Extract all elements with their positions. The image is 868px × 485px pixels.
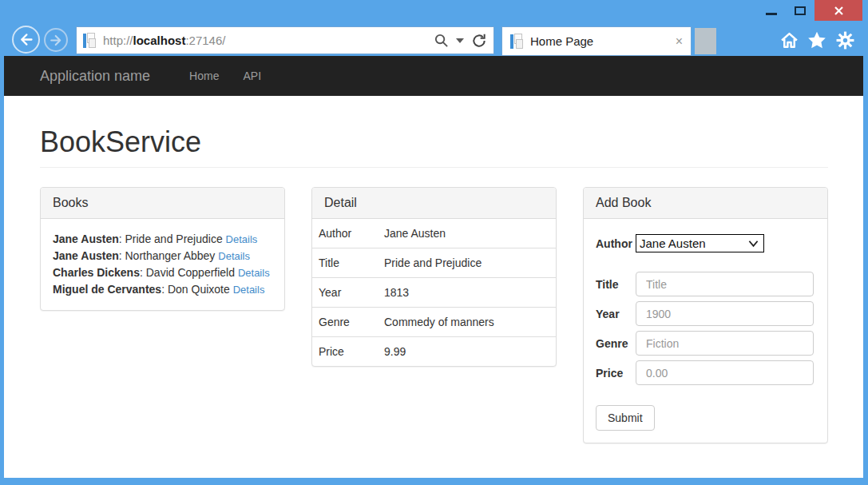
favorites-button[interactable] — [807, 30, 827, 50]
detail-row: Year1813 — [312, 278, 556, 308]
add-book-panel-heading: Add Book — [584, 188, 827, 219]
year-field-label: Year — [596, 308, 636, 320]
book-details-link[interactable]: Details — [238, 267, 270, 279]
genre-input[interactable] — [636, 331, 814, 356]
add-book-panel: Add Book Author Jane Austen TitleYearGen… — [583, 187, 828, 443]
gear-icon — [835, 30, 855, 50]
price-field-label: Price — [596, 367, 636, 380]
book-list-item: Jane Austen: Pride and Prejudice Details — [53, 231, 272, 248]
browser-chrome: http://localhost:27146/ Home Page × — [0, 0, 868, 56]
book-list-item: Miguel de Cervantes: Don Quixote Details — [53, 281, 272, 298]
close-icon — [834, 6, 844, 16]
book-author: Jane Austen — [53, 233, 119, 245]
detail-row: GenreCommedy of manners — [312, 308, 556, 337]
detail-row-label: Title — [312, 248, 378, 278]
detail-row-label: Genre — [312, 308, 378, 337]
submit-button[interactable]: Submit — [596, 405, 655, 431]
detail-panel-heading: Detail — [312, 188, 556, 219]
page-viewport: Application name Home API BookService Bo… — [4, 56, 863, 478]
book-author: Charles Dickens — [53, 266, 140, 279]
maximize-button[interactable] — [786, 0, 814, 21]
minimize-icon — [766, 13, 777, 15]
new-tab-button[interactable] — [695, 28, 716, 54]
title-field-label: Title — [596, 278, 636, 291]
book-list-item: Jane Austen: Northanger Abbey Details — [53, 248, 272, 264]
detail-row-value: Jane Austen — [378, 219, 556, 248]
window-controls — [757, 0, 862, 21]
book-list-item: Charles Dickens: David Copperfield Detai… — [53, 264, 272, 281]
settings-button[interactable] — [834, 30, 855, 50]
star-icon — [807, 30, 827, 50]
detail-row-label: Year — [312, 278, 378, 308]
browser-window: http://localhost:27146/ Home Page × — [0, 0, 868, 485]
url-text[interactable]: http://localhost:27146/ — [103, 34, 434, 47]
title-divider — [40, 167, 828, 168]
page-icon — [83, 33, 97, 49]
back-arrow-icon — [18, 31, 34, 48]
add-book-form: Author Jane Austen TitleYearGenrePrice S… — [596, 234, 815, 431]
author-select[interactable]: Jane Austen — [636, 234, 764, 252]
author-field-label: Author — [596, 237, 636, 250]
author-selected-value: Jane Austen — [640, 237, 706, 250]
detail-row-label: Price — [312, 337, 378, 367]
detail-row: AuthorJane Austen — [312, 219, 556, 248]
home-button[interactable] — [779, 30, 799, 50]
nav-link-home[interactable]: Home — [177, 58, 231, 94]
nav-link-api[interactable]: API — [231, 58, 273, 94]
book-author: Jane Austen — [53, 249, 119, 262]
page-title: BookService — [40, 125, 828, 159]
back-button[interactable] — [12, 26, 40, 54]
minimize-button[interactable] — [757, 0, 786, 21]
books-list: Jane Austen: Pride and Prejudice Details… — [53, 231, 272, 298]
tab-title: Home Page — [530, 34, 676, 48]
search-dropdown-icon[interactable] — [456, 38, 464, 43]
home-icon — [779, 30, 799, 50]
year-input[interactable] — [636, 301, 814, 326]
detail-table: AuthorJane AustenTitlePride and Prejudic… — [312, 219, 556, 366]
app-navbar: Application name Home API — [4, 56, 863, 96]
books-panel: Books Jane Austen: Pride and Prejudice D… — [40, 187, 285, 311]
books-panel-heading: Books — [41, 188, 284, 219]
refresh-icon[interactable] — [471, 33, 487, 49]
browser-tab[interactable]: Home Page × — [501, 26, 692, 56]
detail-row-value: Commedy of manners — [378, 308, 556, 337]
book-details-link[interactable]: Details — [233, 284, 265, 296]
tab-close-icon[interactable]: × — [676, 35, 683, 48]
content-container: BookService Books Jane Austen: Pride and… — [4, 125, 863, 443]
search-icon[interactable] — [434, 33, 449, 48]
navbar-brand[interactable]: Application name — [40, 68, 150, 85]
maximize-icon — [795, 6, 806, 15]
detail-row: TitlePride and Prejudice — [312, 248, 556, 278]
book-details-link[interactable]: Details — [218, 250, 250, 262]
detail-row-value: Pride and Prejudice — [378, 248, 556, 278]
title-input[interactable] — [636, 272, 814, 296]
book-author: Miguel de Cervantes — [53, 283, 161, 296]
tab-page-icon — [510, 34, 524, 50]
select-chevron-icon — [748, 240, 759, 248]
book-details-link[interactable]: Details — [226, 233, 258, 245]
close-button[interactable] — [814, 0, 862, 21]
detail-row: Price9.99 — [312, 337, 556, 367]
forward-button[interactable] — [44, 28, 68, 52]
address-bar[interactable]: http://localhost:27146/ — [76, 26, 494, 54]
genre-field-label: Genre — [596, 337, 636, 350]
detail-row-label: Author — [312, 219, 378, 248]
detail-row-value: 9.99 — [378, 337, 556, 367]
detail-panel: Detail AuthorJane AustenTitlePride and P… — [311, 187, 557, 367]
price-input[interactable] — [636, 360, 814, 385]
detail-row-value: 1813 — [378, 278, 556, 308]
forward-arrow-icon — [49, 33, 64, 48]
